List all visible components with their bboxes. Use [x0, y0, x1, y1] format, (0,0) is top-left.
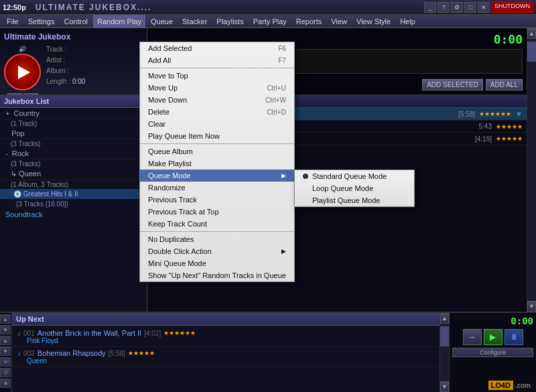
menu-settings[interactable]: Settings: [24, 15, 59, 28]
loop-queue-label: Loop Queue Mode: [312, 184, 373, 192]
cm-delete-shortcut: Ctrl+D: [267, 109, 286, 116]
cm-double-click-action[interactable]: Double Click Action: [140, 245, 294, 257]
playlist-queue-label: Playlist Queue Mode: [312, 196, 381, 204]
title-bar-left: 12:50p ULTIMATE JUKEBOX....: [3, 3, 151, 12]
cm-queue-album[interactable]: Queue Album: [140, 145, 294, 157]
settings-button[interactable]: ⚙: [451, 2, 463, 13]
cm-queue-mode-label: Queue Mode: [148, 172, 191, 180]
cm-move-up[interactable]: Move Up Ctrl+U: [140, 82, 294, 94]
cm-clear[interactable]: Clear: [140, 118, 294, 130]
cm-previous-track[interactable]: Previous Track: [140, 194, 294, 206]
title-bar: 12:50p ULTIMATE JUKEBOX.... _ ? ⚙ □ ✕ SH…: [0, 0, 536, 15]
cm-no-duplicates[interactable]: No Duplicates: [140, 233, 294, 245]
time-display: 12:50p: [3, 3, 26, 11]
cm-play-queue-item[interactable]: Play Queue Item Now: [140, 130, 294, 142]
cm-move-down[interactable]: Move Down Ctrl+W: [140, 94, 294, 106]
menu-help[interactable]: Help: [396, 15, 419, 28]
menu-bar: File Settings Control Random Play Queue …: [0, 15, 536, 28]
cm-add-selected-label: Add Selected: [148, 44, 192, 52]
active-mode-dot: [303, 174, 308, 179]
menu-view[interactable]: View: [327, 15, 351, 28]
cm-standard-queue[interactable]: Standard Queue Mode: [295, 170, 414, 182]
shutdown-button[interactable]: SHUTDOWN: [491, 2, 533, 13]
minimize-button[interactable]: _: [424, 2, 436, 13]
cm-sep-2: [140, 143, 294, 144]
cm-add-selected-shortcut: F6: [278, 45, 286, 52]
standard-queue-label: Standard Queue Mode: [312, 172, 387, 180]
cm-delete-label: Delete: [148, 108, 170, 116]
close-button[interactable]: ✕: [478, 2, 490, 13]
menu-playlists[interactable]: Playlists: [212, 15, 247, 28]
cm-mini-queue-mode[interactable]: Mini Queue Mode: [140, 257, 294, 269]
cm-previous-track-top[interactable]: Previous Track at Top: [140, 206, 294, 218]
cm-keep-track-count[interactable]: Keep Track Count: [140, 218, 294, 230]
cm-queue-mode[interactable]: Queue Mode Standard Queue Mode Loop Queu…: [140, 170, 294, 182]
cm-move-to-top[interactable]: Move to Top: [140, 70, 294, 82]
menu-file[interactable]: File: [3, 15, 23, 28]
cm-loop-queue[interactable]: Loop Queue Mode: [295, 182, 414, 194]
context-menu: Add Selected F6 Add All F7 Move to Top M…: [139, 42, 295, 282]
restore-button[interactable]: □: [464, 2, 476, 13]
cm-show-up-next[interactable]: Show "Up Next" Random Tracks in Queue: [140, 269, 294, 281]
cm-move-up-label: Move Up: [148, 84, 178, 92]
menu-reports[interactable]: Reports: [292, 15, 326, 28]
cm-add-all[interactable]: Add All F7: [140, 54, 294, 66]
help-button[interactable]: ?: [438, 2, 450, 13]
cm-sep-3: [140, 231, 294, 232]
menu-party-play[interactable]: Party Play: [249, 15, 291, 28]
cm-add-all-shortcut: F7: [278, 57, 286, 64]
cm-move-down-shortcut: Ctrl+W: [265, 96, 286, 104]
cm-move-down-label: Move Down: [148, 96, 187, 104]
menu-view-style[interactable]: View Style: [352, 15, 395, 28]
cm-add-selected[interactable]: Add Selected F6: [140, 42, 294, 54]
menu-stacker[interactable]: Stacker: [178, 15, 211, 28]
menu-random-play[interactable]: Random Play: [93, 15, 145, 28]
cm-add-all-label: Add All: [148, 56, 171, 64]
cm-move-up-shortcut: Ctrl+U: [267, 84, 286, 92]
context-menu-overlay: Add Selected F6 Add All F7 Move to Top M…: [0, 28, 536, 392]
title-bar-right: _ ? ⚙ □ ✕ SHUTDOWN: [424, 2, 533, 13]
menu-control[interactable]: Control: [60, 15, 91, 28]
queue-mode-submenu: Standard Queue Mode Loop Queue Mode Play…: [294, 170, 415, 207]
app-title: ULTIMATE JUKEBOX....: [36, 3, 152, 12]
cm-make-playlist[interactable]: Make Playlist: [140, 157, 294, 170]
cm-playlist-queue[interactable]: Playlist Queue Mode: [295, 194, 414, 206]
cm-sep-1: [140, 68, 294, 68]
menu-queue[interactable]: Queue: [147, 15, 177, 28]
cm-delete[interactable]: Delete Ctrl+D: [140, 106, 294, 118]
cm-randomize[interactable]: Randomize: [140, 182, 294, 194]
